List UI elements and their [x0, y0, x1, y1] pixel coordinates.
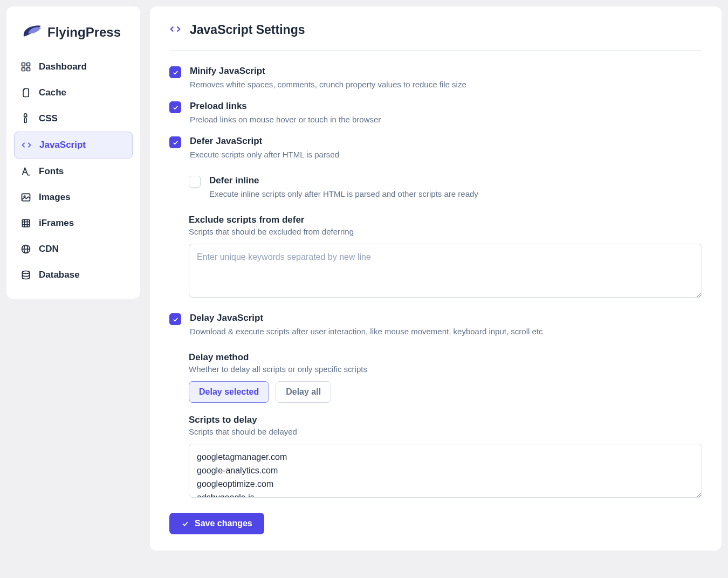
- sidebar-item-cdn[interactable]: CDN: [14, 236, 133, 262]
- sidebar-item-css[interactable]: CSS: [14, 106, 133, 132]
- setting-defer: Defer JavaScript Execute scripts only af…: [169, 130, 702, 166]
- svg-rect-4: [25, 118, 26, 122]
- preload-checkbox[interactable]: [169, 101, 181, 113]
- svg-rect-0: [22, 63, 25, 66]
- delay-all-button[interactable]: Delay all: [276, 381, 331, 403]
- preload-desc: Preload links on mouse hover or touch in…: [190, 114, 381, 125]
- setting-preload: Preload links Preload links on mouse hov…: [169, 95, 702, 130]
- scripts-to-delay-textarea[interactable]: [189, 444, 702, 498]
- svg-rect-2: [22, 68, 25, 71]
- minify-checkbox[interactable]: [169, 66, 181, 78]
- fonts-icon: [20, 166, 31, 177]
- svg-rect-3: [27, 68, 30, 71]
- sidebar-item-label: CSS: [39, 113, 58, 124]
- sidebar-item-iframes[interactable]: iFrames: [14, 210, 133, 236]
- exclude-defer-textarea[interactable]: [189, 244, 702, 298]
- cache-icon: [20, 87, 31, 98]
- defer-inline-label: Defer inline: [209, 175, 478, 186]
- sidebar-item-label: Fonts: [39, 166, 64, 177]
- exclude-defer-desc: Scripts that should be excluded from def…: [189, 227, 702, 236]
- delay-desc: Download & execute scripts after user in…: [190, 326, 542, 337]
- sidebar-item-label: Cache: [39, 87, 66, 98]
- images-icon: [20, 192, 31, 203]
- preload-label: Preload links: [190, 101, 381, 112]
- defer-label: Defer JavaScript: [190, 136, 702, 147]
- page-title: JavaScript Settings: [190, 23, 305, 37]
- sidebar-item-label: Dashboard: [39, 61, 87, 72]
- scripts-to-delay-label: Scripts to delay: [189, 415, 702, 425]
- sidebar-item-database[interactable]: Database: [14, 262, 133, 288]
- sidebar-item-images[interactable]: Images: [14, 184, 133, 210]
- sidebar-item-dashboard[interactable]: Dashboard: [14, 54, 133, 80]
- svg-point-20: [22, 271, 29, 274]
- exclude-defer-label: Exclude scripts from defer: [189, 215, 702, 225]
- check-icon: [181, 520, 189, 528]
- database-icon: [20, 270, 31, 280]
- defer-desc: Execute scripts only after HTML is parse…: [190, 149, 702, 160]
- dashboard-icon: [20, 61, 31, 72]
- sidebar: FlyingPress Dashboard Cache CSS JavaScri: [6, 6, 140, 299]
- sidebar-item-cache[interactable]: Cache: [14, 80, 133, 106]
- code-icon: [169, 23, 181, 37]
- scripts-to-delay-desc: Scripts that should be delayed: [189, 427, 702, 436]
- iframes-icon: [20, 218, 31, 229]
- setting-delay: Delay JavaScript Download & execute scri…: [169, 307, 702, 342]
- defer-inline-checkbox[interactable]: [189, 176, 201, 188]
- sidebar-item-label: JavaScript: [39, 140, 86, 150]
- setting-defer-inline: Defer inline Execute inline scripts only…: [189, 170, 702, 205]
- delay-method-desc: Whether to delay all scripts or only spe…: [189, 364, 702, 374]
- svg-rect-1: [27, 63, 30, 66]
- brand-logo: FlyingPress: [14, 17, 133, 54]
- sidebar-item-fonts[interactable]: Fonts: [14, 159, 133, 184]
- minify-label: Minify JavaScript: [190, 66, 466, 77]
- delay-method-toggle: Delay selected Delay all: [189, 381, 702, 403]
- page-header: JavaScript Settings: [169, 23, 702, 51]
- save-button[interactable]: Save changes: [169, 513, 264, 534]
- defer-inline-desc: Execute inline scripts only after HTML i…: [209, 188, 478, 199]
- save-button-label: Save changes: [195, 519, 252, 528]
- sidebar-item-label: iFrames: [39, 218, 74, 229]
- sidebar-item-label: Images: [39, 192, 71, 203]
- main-panel: JavaScript Settings Minify JavaScript Re…: [150, 6, 722, 551]
- delay-method-label: Delay method: [189, 352, 702, 363]
- setting-minify: Minify JavaScript Removes white spaces, …: [169, 60, 702, 95]
- delay-label: Delay JavaScript: [190, 313, 542, 324]
- brand-name: FlyingPress: [47, 25, 121, 40]
- sidebar-item-label: Database: [39, 270, 80, 280]
- delay-checkbox[interactable]: [169, 313, 181, 325]
- sidebar-item-label: CDN: [39, 244, 59, 254]
- defer-checkbox[interactable]: [169, 136, 181, 148]
- css-icon: [20, 113, 31, 124]
- logo-icon: [20, 22, 42, 43]
- cdn-icon: [20, 244, 31, 254]
- delay-selected-button[interactable]: Delay selected: [189, 381, 269, 403]
- minify-desc: Removes white spaces, comments, crunch p…: [190, 79, 466, 90]
- sidebar-item-javascript[interactable]: JavaScript: [14, 132, 133, 159]
- code-icon: [21, 140, 32, 150]
